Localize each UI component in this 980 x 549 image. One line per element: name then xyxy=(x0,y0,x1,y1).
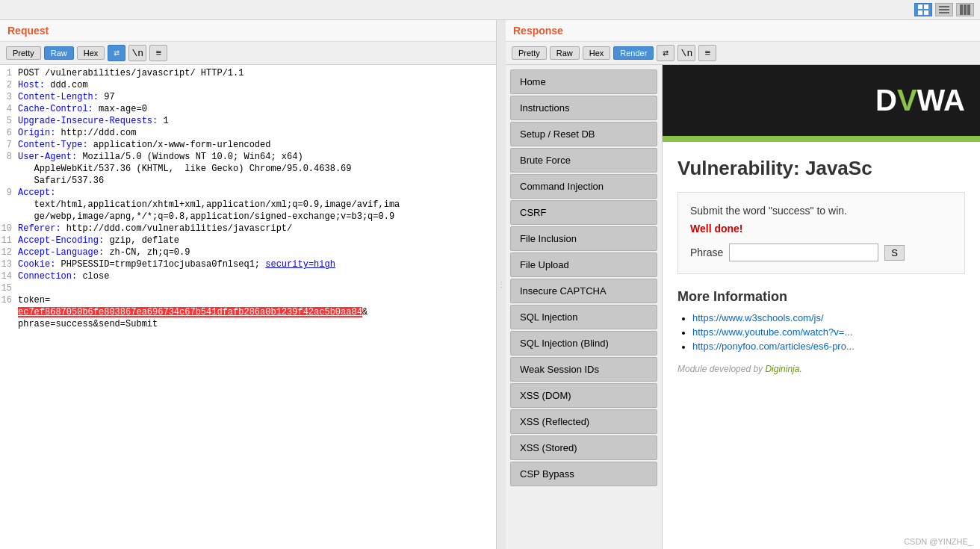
nav-item-file-inclusion[interactable]: File Inclusion xyxy=(510,226,657,251)
more-info-title: More Information xyxy=(677,289,965,305)
request-panel-title: Request xyxy=(0,20,496,42)
more-info-links: https://www.w3schools.com/js/ https://ww… xyxy=(677,312,965,352)
watermark: CSDN @YINZHE_ xyxy=(904,537,973,546)
code-line-1: 1 POST /vulnerabilities/javascript/ HTTP… xyxy=(0,68,496,80)
panel-divider: ⋮ xyxy=(497,20,506,549)
code-line-2: 2 Host: ddd.com xyxy=(0,80,496,92)
svg-rect-1 xyxy=(924,4,928,9)
nav-item-xss-reflected[interactable]: XSS (Reflected) xyxy=(510,409,657,434)
code-line-10: 10 Referer: http://ddd.com/vulnerabiliti… xyxy=(0,223,496,235)
response-render-btn[interactable]: Render xyxy=(613,46,654,60)
code-line-8b: AppleWebKit/537.36 (KHTML, like Gecko) C… xyxy=(0,164,496,176)
hex-btn[interactable]: Hex xyxy=(77,46,105,60)
nav-item-command-injection[interactable]: Command Injection xyxy=(510,174,657,199)
svg-rect-5 xyxy=(939,9,949,10)
dvwa-green-bar xyxy=(663,136,980,142)
response-format-icon[interactable]: ⇄ xyxy=(657,45,674,61)
svg-rect-2 xyxy=(918,10,922,15)
nav-item-instructions[interactable]: Instructions xyxy=(510,96,657,120)
code-line-3: 3 Content-Length: 97 xyxy=(0,92,496,104)
dvwa-body: Vulnerability: JavaSc Submit the word "s… xyxy=(663,142,980,389)
svg-rect-9 xyxy=(967,4,970,15)
request-panel: Request Pretty Raw Hex ⇄ \n ≡ 1 POST /vu… xyxy=(0,20,497,549)
dvwa-logo: DVWA xyxy=(875,84,965,117)
code-line-9: 9 Accept: xyxy=(0,187,496,199)
response-newline-icon[interactable]: \n xyxy=(677,45,695,61)
svg-rect-0 xyxy=(918,4,922,9)
code-line-16b: ec7ef8687050b6fe803867ea696734c67b541dfa… xyxy=(0,307,496,319)
nav-item-xss-stored[interactable]: XSS (Stored) xyxy=(510,435,657,460)
response-panel: Response Pretty Raw Hex Render ⇄ \n ≡ Ho… xyxy=(506,20,980,549)
response-content-area: DVWA Vulnerability: JavaSc Submit the wo… xyxy=(663,65,980,549)
more-info-link-3[interactable]: https://ponyfoo.com/articles/es6-pro... xyxy=(692,341,855,352)
response-hex-btn[interactable]: Hex xyxy=(583,46,611,60)
raw-btn[interactable]: Raw xyxy=(44,46,74,60)
code-line-13: 13 Cookie: PHPSESSID=trmp9eti71ocjubasa0… xyxy=(0,259,496,271)
code-line-11: 11 Accept-Encoding: gzip, deflate xyxy=(0,235,496,247)
code-line-7: 7 Content-Type: application/x-www-form-u… xyxy=(0,140,496,152)
code-line-9b: text/html,application/xhtml+xml,applicat… xyxy=(0,199,496,211)
code-line-16: 16 token= xyxy=(0,295,496,307)
svg-rect-4 xyxy=(939,6,949,7)
svg-rect-7 xyxy=(960,4,963,15)
nav-item-home[interactable]: Home xyxy=(510,69,657,94)
svg-rect-3 xyxy=(924,10,928,15)
response-nav: Home Instructions Setup / Reset DB Brute… xyxy=(506,65,663,549)
code-line-14: 14 Connection: close xyxy=(0,271,496,283)
code-line-16c: phrase=success&send=Submit xyxy=(0,319,496,331)
nav-item-setup[interactable]: Setup / Reset DB xyxy=(510,122,657,146)
nav-item-file-upload[interactable]: File Upload xyxy=(510,252,657,277)
code-line-6: 6 Origin: http://ddd.com xyxy=(0,128,496,140)
top-toolbar xyxy=(0,0,980,20)
code-line-9c: ge/webp,image/apng,*/*;q=0.8,application… xyxy=(0,211,496,223)
response-pretty-btn[interactable]: Pretty xyxy=(512,46,547,60)
pretty-btn[interactable]: Pretty xyxy=(6,46,41,60)
columns-view-icon[interactable] xyxy=(956,3,974,16)
dvwa-form-area: Submit the word "success" to win. Well d… xyxy=(677,192,965,274)
phrase-submit-button[interactable]: S xyxy=(884,245,905,261)
submit-instruction-text: Submit the word "success" to win. xyxy=(690,205,952,217)
code-line-12: 12 Accept-Language: zh-CN, zh;q=0.9 xyxy=(0,247,496,259)
grid-view-icon[interactable] xyxy=(914,3,932,16)
nav-item-xss-dom[interactable]: XSS (DOM) xyxy=(510,383,657,408)
nav-item-weak-session-ids[interactable]: Weak Session IDs xyxy=(510,357,657,382)
response-panel-title: Response xyxy=(506,20,980,42)
request-toolbar: Pretty Raw Hex ⇄ \n ≡ xyxy=(0,42,496,65)
code-line-15: 15 xyxy=(0,283,496,295)
more-info-link-1[interactable]: https://www.w3schools.com/js/ xyxy=(692,312,824,323)
response-raw-btn[interactable]: Raw xyxy=(550,46,580,60)
svg-rect-6 xyxy=(939,12,949,13)
nav-item-sql-injection[interactable]: SQL Injection xyxy=(510,305,657,329)
nav-item-csp-bypass[interactable]: CSP Bypass xyxy=(510,462,657,486)
dvwa-header: DVWA xyxy=(663,65,980,136)
nav-item-brute-force[interactable]: Brute Force xyxy=(510,148,657,173)
nav-item-csrf[interactable]: CSRF xyxy=(510,200,657,225)
more-info-link-2[interactable]: https://www.youtube.com/watch?v=... xyxy=(692,326,852,338)
code-line-8: 8 User-Agent: Mozilla/5.0 (Windows NT 10… xyxy=(0,152,496,164)
response-toolbar: Pretty Raw Hex Render ⇄ \n ≡ xyxy=(506,42,980,65)
more-information-section: More Information https://www.w3schools.c… xyxy=(677,289,965,352)
well-done-text: Well done! xyxy=(690,223,952,235)
digininja-link[interactable]: Digininja. xyxy=(765,364,801,374)
code-line-8c: Safari/537.36 xyxy=(0,176,496,187)
phrase-row: Phrase S xyxy=(690,244,952,261)
request-code-area: 1 POST /vulnerabilities/javascript/ HTTP… xyxy=(0,65,496,549)
phrase-input[interactable] xyxy=(729,244,878,261)
response-menu-icon[interactable]: ≡ xyxy=(698,45,716,61)
module-developer: Module developed by Digininja. xyxy=(677,364,965,374)
nav-item-insecure-captcha[interactable]: Insecure CAPTCHA xyxy=(510,279,657,303)
nav-item-sql-injection-blind[interactable]: SQL Injection (Blind) xyxy=(510,331,657,356)
vulnerability-title: Vulnerability: JavaSc xyxy=(677,157,965,180)
code-line-4: 4 Cache-Control: max-age=0 xyxy=(0,104,496,116)
code-line-5: 5 Upgrade-Insecure-Requests: 1 xyxy=(0,116,496,128)
newline-icon[interactable]: \n xyxy=(128,45,146,61)
format-icon[interactable]: ⇄ xyxy=(108,45,125,61)
menu-icon[interactable]: ≡ xyxy=(149,45,167,61)
phrase-label: Phrase xyxy=(690,246,723,258)
svg-rect-8 xyxy=(964,4,967,15)
list-view-icon[interactable] xyxy=(935,3,953,16)
